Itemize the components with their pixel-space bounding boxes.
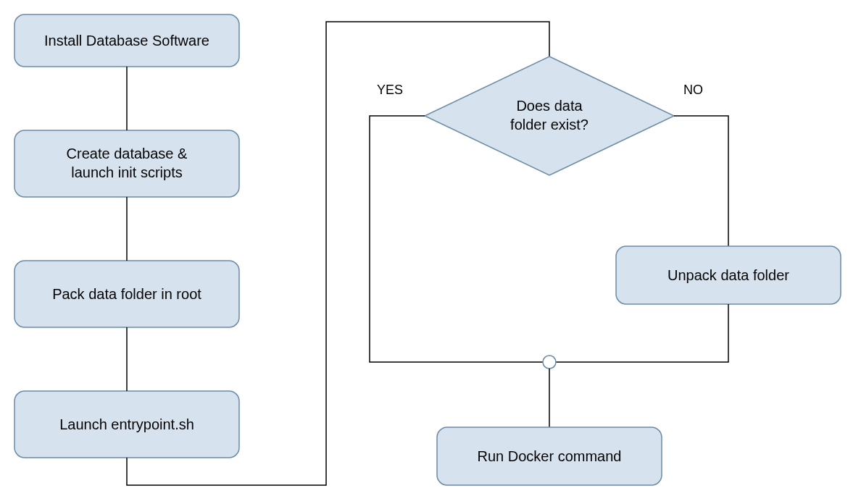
node-decision [425, 56, 674, 175]
node-decision-label-2: folder exist? [510, 117, 588, 133]
edge-yes-label: YES [377, 83, 403, 97]
edge-no-label: NO [683, 83, 703, 97]
node-create-label-2: launch init scripts [71, 164, 182, 180]
node-pack-label: Pack data folder in root [52, 286, 201, 302]
edge-no-bottom [556, 304, 728, 362]
merge-joint [543, 356, 556, 369]
flowchart: Install Database Software Create databas… [0, 0, 861, 504]
node-unpack-label: Unpack data folder [667, 267, 789, 283]
node-install-label: Install Database Software [44, 33, 209, 49]
node-create-label-1: Create database & [67, 146, 188, 161]
node-decision-label-1: Does data [516, 98, 583, 114]
edge-no-top [674, 116, 728, 246]
node-launch-label: Launch entrypoint.sh [59, 416, 194, 432]
node-create [14, 130, 239, 197]
node-run-label: Run Docker command [478, 448, 622, 464]
